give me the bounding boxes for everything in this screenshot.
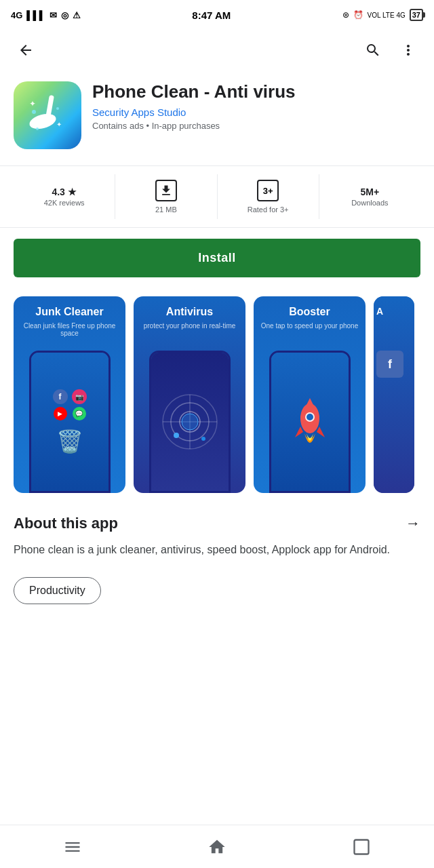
bluetooth-icon: ⊛ (342, 10, 349, 20)
rating-stat[interactable]: 4.3 ★ 42K reviews (14, 174, 115, 219)
about-section: About this app → Phone clean is a junk c… (0, 501, 434, 566)
nav-menu-button[interactable] (0, 825, 144, 868)
install-button[interactable]: Install (14, 239, 420, 277)
top-nav (0, 30, 434, 71)
nav-right-buttons (358, 35, 423, 65)
screenshot-booster-label: Booster (254, 306, 366, 318)
battery-indicator: 37 (410, 9, 423, 21)
svg-point-1 (28, 111, 58, 132)
network-indicator: 4G (11, 10, 22, 20)
svg-point-2 (32, 110, 36, 114)
download-icon (155, 180, 177, 201)
about-description: Phone clean is a junk cleaner, antivirus… (14, 542, 420, 558)
svg-text:✦: ✦ (56, 121, 62, 128)
app-icon: ✦ ✦ (14, 81, 81, 149)
developer-name[interactable]: Security Apps Studio (92, 106, 420, 118)
age-stat[interactable]: 3+ Rated for 3+ (218, 174, 319, 219)
size-stat[interactable]: 21 MB (115, 174, 217, 219)
rating-label: 42K reviews (44, 199, 85, 207)
age-label: Rated for 3+ (248, 205, 289, 214)
status-right: ⊛ ⏰ VOL LTE 4G 37 (342, 9, 423, 21)
screenshot-junk-label: Junk Cleaner (14, 306, 125, 318)
search-button[interactable] (358, 35, 388, 65)
screenshots-row: Junk Cleaner Clean junk files Free up ph… (0, 288, 434, 501)
more-options-button[interactable] (393, 35, 423, 65)
app-header: ✦ ✦ Phone Clean - Anti virus Security Ap… (0, 71, 434, 160)
back-button[interactable] (11, 35, 41, 65)
nav-home-button[interactable] (144, 825, 289, 868)
svg-point-13 (174, 433, 179, 438)
screenshot-booster-sublabel: One tap to speed up your phone (259, 322, 360, 330)
screenshot-antivirus-label: Antivirus (134, 306, 245, 318)
svg-rect-18 (355, 840, 369, 854)
downloads-stat[interactable]: 5M+ Downloads (319, 174, 420, 219)
alarm-icon: ⏰ (353, 10, 363, 20)
screenshot-junk-sublabel: Clean junk files Free up phone space (19, 322, 120, 337)
vol-lte-indicator: VOL LTE 4G (368, 12, 406, 19)
downloads-label: Downloads (351, 199, 388, 207)
screenshot-junk-cleaner: Junk Cleaner Clean junk files Free up ph… (14, 296, 125, 493)
time-display: 8:47 AM (192, 9, 231, 21)
svg-point-17 (307, 414, 313, 420)
nav-back-button[interactable] (290, 825, 434, 868)
screenshot-antivirus: Antivirus protect your phone in real-tim… (134, 296, 245, 493)
status-left: 4G ▌▌▌ ✉ ◎ ⚠ (11, 10, 81, 20)
bottom-nav (0, 825, 434, 868)
app-info: Phone Clean - Anti virus Security Apps S… (92, 81, 420, 131)
screenshot-antivirus-sublabel: protect your phone in real-time (139, 322, 240, 330)
svg-point-12 (182, 414, 198, 430)
app-meta: Contains ads • In-app purchases (92, 121, 420, 131)
tag-row: Productivity (0, 566, 434, 604)
svg-text:✦: ✦ (29, 99, 36, 108)
age-rating-box: 3+ (257, 180, 279, 201)
svg-point-4 (36, 127, 39, 130)
app-name: Phone Clean - Anti virus (92, 81, 420, 102)
svg-point-3 (56, 107, 59, 110)
rating-value: 4.3 ★ (52, 186, 76, 197)
screenshot-applock: A f (374, 296, 414, 493)
email-icon: ✉ (50, 10, 57, 20)
productivity-tag[interactable]: Productivity (14, 577, 101, 604)
about-header: About this app → (14, 515, 420, 532)
about-arrow-button[interactable]: → (406, 515, 420, 532)
stats-row: 4.3 ★ 42K reviews 21 MB 3+ Rated for 3+ … (0, 165, 434, 228)
whatsapp-icon: ◎ (61, 10, 68, 20)
about-title: About this app (14, 515, 118, 532)
size-label: 21 MB (155, 205, 177, 214)
downloads-value: 5M+ (361, 186, 380, 197)
status-bar: 4G ▌▌▌ ✉ ◎ ⚠ 8:47 AM ⊛ ⏰ VOL LTE 4G 37 (0, 0, 434, 30)
svg-point-14 (201, 437, 205, 441)
screenshot-booster: Booster One tap to speed up your phone (254, 296, 366, 493)
signal-bars: ▌▌▌ (26, 10, 45, 20)
alert-icon: ⚠ (73, 10, 81, 20)
